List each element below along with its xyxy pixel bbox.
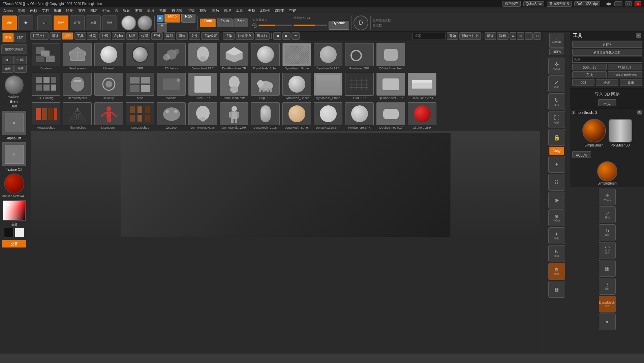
file-item-mannequin[interactable]: Mannequin <box>94 102 124 130</box>
tool-right-6[interactable]: ↻ 旋转 <box>548 245 565 262</box>
simplebr-icon[interactable] <box>582 119 606 142</box>
file-item-qcubesmooth2[interactable]: QCubeSmooth.Zf <box>376 102 406 130</box>
menu-zplugin[interactable]: Z插件 <box>258 7 272 14</box>
file-item-zeezoo[interactable]: ZeeZoo <box>156 102 186 130</box>
switch-color-btn[interactable]: 交替 <box>2 240 26 248</box>
tool-right-5[interactable]: ✦ 移动 <box>548 227 565 244</box>
import-sec-btn[interactable]: 隐藏 <box>497 32 509 40</box>
menu-template[interactable]: 模板 <box>197 7 209 14</box>
file-item-polysphere[interactable]: PolySphere.ZPR <box>344 102 374 130</box>
file-item-qcubebevel[interactable]: QCubeBevel.ZPR <box>376 72 406 100</box>
file-item-headplanes[interactable]: Head planes <box>62 42 92 71</box>
file-item-dynawax128[interactable]: DynaWax128.ZPF <box>313 102 343 130</box>
save-as-btn[interactable]: 另存为 <box>572 41 642 48</box>
process-tab[interactable]: 处理 <box>99 32 111 40</box>
d-circle-btn[interactable]: D <box>354 15 368 30</box>
file-item-dynamesh-sphere2[interactable]: DynaMesh_Spher <box>282 72 312 100</box>
paste-tool-btn[interactable]: 粘贴工具 <box>608 64 642 70</box>
quick-save-sec-btn[interactable]: 快速保存 <box>236 32 254 40</box>
focal-slider[interactable] <box>258 25 292 26</box>
alpha-tab[interactable]: Alpha <box>112 32 125 40</box>
nav-back-btn[interactable]: ◀ <box>273 32 281 40</box>
file-item-grid[interactable]: Grid.ZPR <box>344 72 374 100</box>
render-settings-tab[interactable]: 渲染设置 <box>201 32 219 40</box>
sphere-half-btn[interactable] <box>137 15 152 30</box>
bottom-tool-6[interactable]: ⋮ 导向 <box>599 278 616 295</box>
menu-light[interactable]: 灯光 <box>100 7 112 14</box>
drawsize-slider[interactable] <box>294 25 327 26</box>
file-item-npr[interactable]: NPR <box>125 42 155 71</box>
array-tab[interactable]: 阵列 <box>164 32 175 40</box>
fiber-tab[interactable]: 纤维 <box>151 32 163 40</box>
new-folder-btn[interactable]: 新建文件夹 <box>459 32 481 40</box>
panel-close-btn[interactable]: × <box>636 33 641 38</box>
menu-stroke[interactable]: 笔触 <box>210 7 221 14</box>
zit-side-btn[interactable]: ZIT <box>2 56 14 64</box>
guide-btn[interactable]: 导出 <box>620 79 642 86</box>
menu-layer[interactable]: 图层 <box>88 7 100 14</box>
texture-off-box[interactable]: ▤ <box>2 142 26 166</box>
file-item-dynamesh-sphere-peach[interactable]: DynaMesh_Spher <box>282 102 312 130</box>
menu-render[interactable]: 渲染 <box>185 7 197 14</box>
tool-right-8[interactable]: ▦ <box>548 281 565 298</box>
menu-color[interactable]: 色彩 <box>28 7 39 14</box>
script-btn[interactable]: DefaultZScript <box>574 1 600 6</box>
zprint-side-btn[interactable]: Z打印 <box>14 56 27 64</box>
menu-file[interactable]: 文件 <box>76 7 88 14</box>
file-tab[interactable]: 文件 <box>189 32 200 40</box>
file-item-dynamesh-sphere1[interactable]: DynaMesh_Spher <box>250 42 280 71</box>
main-tab-btn[interactable]: 主方 <box>2 33 14 42</box>
zadd-btn[interactable]: Zadd <box>200 19 216 27</box>
file-item-demohead[interactable]: DemoHead.ZPR <box>188 42 218 71</box>
material-tab[interactable]: 材质 <box>126 32 138 40</box>
tool-right-2[interactable]: ☷ <box>548 174 565 191</box>
nav-dots-btn[interactable]: ⋯ <box>292 32 300 40</box>
label-002-btn[interactable]: 002 <box>572 79 594 86</box>
nav-arrows[interactable]: ◀▶ <box>606 1 612 6</box>
menu-alpha[interactable]: Alpha <box>1 8 15 13</box>
white-swatch[interactable] <box>15 228 24 237</box>
bottom-tool-dynabtn[interactable]: DynaMesh 缩放 <box>599 296 616 312</box>
bottom-tool-1[interactable]: ✛ 中心点 <box>599 189 616 205</box>
simplebrush-single-icon[interactable] <box>597 161 617 182</box>
draw-mode-btn[interactable]: ✏ <box>2 15 17 30</box>
matcap-sphere[interactable] <box>4 173 24 194</box>
menu-mark[interactable]: 标记 <box>121 7 132 14</box>
brush-tab[interactable]: 笔刷 <box>87 32 98 40</box>
menu-doc[interactable]: 文档 <box>40 7 51 14</box>
maskpen-icon[interactable] <box>5 75 24 94</box>
zcut-btn[interactable]: Zcut <box>234 19 248 27</box>
preview-bool-btn[interactable]: 预览布尔渲染 <box>1 44 27 54</box>
move-mode-btn[interactable]: ✦ <box>18 15 33 30</box>
anim-side-btn[interactable]: 动画 <box>14 65 27 73</box>
file-item-primitives[interactable]: Primitives.ZPR <box>344 42 374 71</box>
file-item-diceprimitives[interactable]: DicePrimitives.ZF <box>219 42 249 71</box>
view-grid-btn[interactable]: ⊞ <box>517 32 524 40</box>
file-item-nanomeshes[interactable]: NanoMeshes <box>125 102 155 130</box>
rotate-btn-right[interactable]: ↻ 旋转 <box>548 93 565 110</box>
file-item-3dprinting[interactable]: 3D Printing <box>31 72 61 100</box>
color-picker[interactable] <box>3 200 26 221</box>
file-item-qcubesmooth[interactable]: QCubeSmoothAn <box>376 42 406 71</box>
menu-pref[interactable]: 首选项 <box>170 7 185 14</box>
maximize-btn[interactable]: □ <box>625 1 632 6</box>
move-btn-right[interactable]: ⤢ 移动 <box>548 75 565 92</box>
file-item-wacom[interactable]: Wacom <box>156 72 186 100</box>
recent-btn[interactable]: 最近 <box>50 32 61 40</box>
menu-movie[interactable]: 影片 <box>145 7 157 14</box>
quick-save-btn[interactable]: QuickSave <box>523 1 544 6</box>
mrgb-btn[interactable]: Mrgb <box>164 14 180 23</box>
nav-forward-btn[interactable]: ▶ <box>282 32 290 40</box>
rgb-btn[interactable]: Rgb <box>181 14 195 23</box>
zsub-btn[interactable]: Zsub <box>217 19 232 27</box>
menu-tool[interactable]: 工具 <box>234 7 245 14</box>
file-item-dynamesh-capsule[interactable]: DynaMesh_Capsi <box>250 102 280 130</box>
file-item-dog[interactable]: Dog.ZPR <box>250 72 280 100</box>
zprint-btn[interactable]: Z打印 <box>70 15 85 30</box>
file-item-dynamesh-stone1[interactable]: DynaMesh_Stone <box>282 42 312 71</box>
file-item-dynawax64[interactable]: DynaWax64.ZPR <box>313 42 343 71</box>
bottom-tool-3[interactable]: ↻ 旋转 <box>599 224 616 241</box>
tool-right-3[interactable]: ◉ <box>548 192 565 208</box>
file-item-demoheadfema[interactable]: DemoHeadFema <box>219 72 249 100</box>
draw-active-btn[interactable]: 拉伸 <box>54 15 68 30</box>
